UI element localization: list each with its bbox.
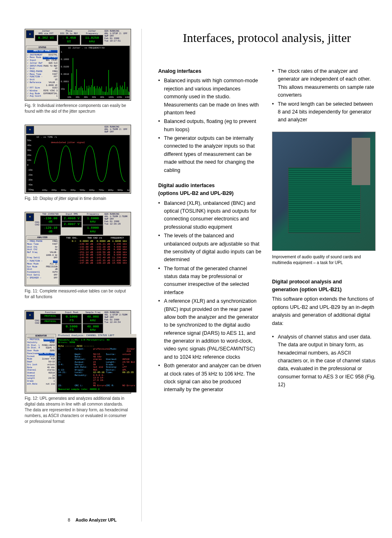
- y-tick: -50m: [27, 189, 32, 191]
- fig9-m2-val: - 0.450 UI: [58, 35, 80, 45]
- text-column-2: The clock rates of the analyzer and gene…: [272, 67, 376, 401]
- brand-logo-icon: ◈: [26, 30, 34, 38]
- list-item: Both generator and analyzer can be drive…: [158, 362, 262, 394]
- y-tick: 0: [27, 164, 28, 167]
- list-item: The levels of the balanced and unbalance…: [158, 232, 262, 264]
- list-item: The format of the generated channel stat…: [158, 265, 262, 297]
- x-tick: 20k: [76, 96, 80, 99]
- fig11-caption: Fig. 11: Complete measured-value tables …: [25, 288, 131, 300]
- proto-row: 23:CRC L:NO ErrorsCRC R:NO Errors: [58, 385, 135, 387]
- panel-header: GENERATOR: [27, 335, 55, 338]
- fig9-m1-val: 0.362 UI: [35, 35, 57, 41]
- x-tick: 700µ: [99, 189, 104, 192]
- x-tick: 0: [32, 189, 34, 192]
- m3-v1: 48.008 kHz: [83, 314, 103, 324]
- figure-12: ◈ CH1 CH2 Function PROTOCOL PROTOCOL Inp…: [25, 310, 131, 424]
- x-tick: 800µ: [108, 189, 113, 192]
- th: THD CH1.: [61, 237, 83, 240]
- list-protocol: Analysis of channel status and user data…: [272, 333, 376, 389]
- fig10-status: GEN RUNNING ANL 1:TERM 2: OFF SWP OFF: [103, 126, 130, 134]
- heading-digital-a: Digital audio interfaces: [158, 182, 262, 190]
- x-tick: 900µ: [118, 189, 123, 192]
- m3-v1: 1.6000 kHz: [83, 216, 103, 225]
- fig9-instrument: ◈ Jitter RMS via FFT 0.362 UI Phase DIG …: [25, 29, 131, 101]
- list-digital: Balanced (XLR), unbalanced (BNC) and opt…: [158, 199, 262, 394]
- list-item: The generator outputs can be internally …: [158, 134, 262, 174]
- th: FREQUENCY: [106, 237, 129, 240]
- fig11-instrument: ◈ CH1 CH2 THD 23456789 -130.80 dB -129.1…: [25, 212, 131, 286]
- x-tick: 1m: [127, 189, 130, 192]
- x-tick: 60k: [92, 96, 96, 99]
- y-tick: 50m: [27, 139, 31, 142]
- status-time: Tue 12:44:54: [104, 321, 130, 324]
- list-item: Balanced inputs with high common-mode re…: [158, 77, 262, 117]
- fig12-side-panel: GENERATOR • PROTOCOLENHANCED ValidityNON…: [26, 334, 56, 392]
- ch2-label: CH2: [35, 322, 39, 325]
- fig11-table: THD CH1. THD CH2 vs FREQUENCY 0->0.0004 …: [60, 236, 130, 285]
- th: THD CH2 vs: [83, 237, 106, 240]
- brand-logo-icon: ◈: [26, 311, 34, 320]
- fig9-caption: Fig. 9: Individual interference componen…: [25, 103, 131, 114]
- page-title: Interfaces, protocol analysis, jitter: [158, 31, 376, 45]
- x-tick: 100k: [108, 96, 114, 99]
- ch1-thd: -130.80 dB: [40, 216, 61, 225]
- figure-10: ◈ GEN RUNNING ANL 1:TERM 2: OFF SWP OFF …: [25, 125, 131, 202]
- figure-9: ◈ Jitter RMS via FFT 0.362 UI Phase DIG …: [25, 29, 131, 114]
- book-title: Audio Analyzer UPL: [76, 517, 117, 522]
- x-tick: 120k: [117, 96, 122, 99]
- list-item: A reference (XLR) and a synchronization …: [158, 297, 262, 361]
- status-time: Tue 10:17:51: [104, 40, 130, 42]
- x-tick: 10k: [67, 96, 71, 99]
- fig12-instrument: ◈ CH1 CH2 Function PROTOCOL PROTOCOL Inp…: [25, 310, 131, 394]
- panel-header: ANALYZER: [27, 237, 58, 240]
- m2-v1: 0.5000 FS: [62, 314, 82, 324]
- fig9-status: GEN RUNNING ANL 1:STOP 2: OFF SWP OFF Fe…: [103, 30, 130, 45]
- list-item: Analysis of channel status and user data…: [272, 333, 376, 389]
- x-tick: 300µ: [61, 189, 66, 192]
- x-tick: 600µ: [89, 189, 95, 192]
- fig12-protocol-area: Protocol Analysis: CHANNEL STATUS LEFT V…: [57, 334, 136, 392]
- list-item: The clock rates of the analyzer and gene…: [272, 67, 376, 100]
- fig10-instrument: ◈ GEN RUNNING ANL 1:TERM 2: OFF SWP OFF …: [25, 125, 131, 194]
- brand-logo-icon: ◈: [26, 213, 34, 221]
- pcb-caption: Improvement of audio quality of sound ca…: [272, 254, 376, 266]
- right-column: Interfaces, protocol analysis, jitter An…: [154, 29, 376, 522]
- x-tick: 200µ: [51, 189, 57, 192]
- panel-row: √ Avg Count1: [27, 95, 58, 98]
- fig12-status: GEN RUNNING ANL 1:STOP 2:TERM SWP OFF Fe…: [103, 311, 130, 333]
- y-tick: 1: [61, 51, 62, 53]
- list-digital-cont: The clock rates of the analyzer and gene…: [272, 67, 376, 124]
- list-item: The word length can be selected between …: [272, 100, 376, 124]
- y-tick: 20m: [27, 154, 31, 157]
- fig10-caption: Fig. 10: Display of jitter signal in tim…: [25, 196, 131, 202]
- heading-protocol-a: Digital protocol analysis and: [272, 278, 376, 286]
- fig9-m3-val: 11.0250 kHz: [81, 35, 103, 45]
- status-time: Tue 12:36:29: [104, 223, 130, 225]
- y-tick: 10m: [27, 159, 31, 162]
- list-item: Balanced (XLR), unbalanced (BNC) and opt…: [158, 199, 262, 232]
- y-tick: 10p: [61, 88, 65, 90]
- text-column-1: Analog interfaces Balanced inputs with h…: [158, 67, 262, 401]
- y-tick: 0.0100: [61, 66, 69, 68]
- y-tick: 40m: [27, 144, 31, 147]
- y-tick: 0.0010: [61, 73, 69, 76]
- m2-v2: 0.5000 FS: [62, 324, 82, 334]
- y-tick: -40m: [27, 184, 32, 186]
- x-tick: 400µ: [70, 189, 76, 192]
- page-number: 8: [68, 517, 70, 522]
- heading-analog: Analog interfaces: [158, 67, 262, 75]
- panel-row: Fnct SettlOFF: [27, 274, 58, 277]
- brand-logo-icon: ◈: [26, 126, 34, 134]
- list-analog: Balanced inputs with high common-mode re…: [158, 77, 262, 174]
- panel-row: • Jitter RefGEN CLK: [27, 62, 58, 65]
- protocol-para: This software option extends the functio…: [272, 295, 376, 327]
- heading-protocol-b: generation (option UPL-B21): [272, 286, 376, 294]
- status-line: SWP OFF: [104, 131, 130, 133]
- m2-v1: 2.4986 V: [62, 216, 82, 222]
- fig12-caption: Fig. 12: UPL generates and analyzes addi…: [25, 396, 131, 424]
- m3-v2: 48.000 kHz: [83, 324, 103, 334]
- proto-row: 22:Reliabty:0-5:0 6-13:0 14-17:0 18-21: [58, 374, 135, 385]
- waveform-icon: [26, 135, 129, 192]
- ch1-val: PROTOCOL: [40, 314, 61, 319]
- panel-row: • SPEAKER —OFF: [27, 277, 58, 280]
